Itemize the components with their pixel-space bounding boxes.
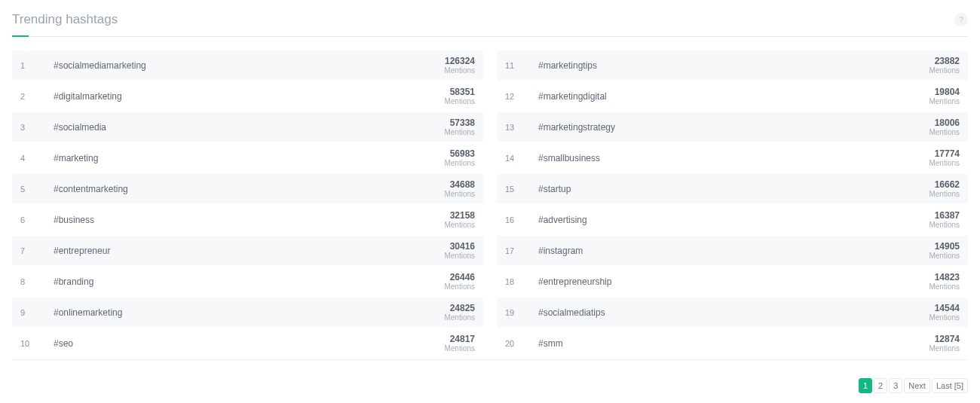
- page-last-button[interactable]: Last [5]: [932, 378, 968, 393]
- hashtag-name: #marketingtips: [538, 60, 929, 71]
- hashtag-row[interactable]: 5#contentmarketing34688Mentions: [12, 174, 483, 203]
- hashtag-columns: 1#socialmediamarketing126324Mentions2#di…: [12, 50, 968, 358]
- hashtag-row[interactable]: 9#onlinemarketing24825Mentions: [12, 298, 483, 327]
- hashtag-count-block: 58351Mentions: [444, 87, 475, 105]
- hashtag-name: #socialmediatips: [538, 307, 929, 318]
- hashtag-name: #socialmediamarketing: [54, 60, 444, 71]
- hashtag-row[interactable]: 11#marketingtips23882Mentions: [497, 50, 968, 80]
- hashtag-rank: 18: [505, 277, 538, 286]
- hashtag-rank: 20: [505, 339, 538, 348]
- page-1-button[interactable]: 1: [859, 378, 872, 393]
- hashtag-count-block: 18006Mentions: [929, 118, 960, 136]
- hashtag-name: #contentmarketing: [54, 184, 444, 194]
- hashtag-rank: 1: [20, 61, 54, 70]
- mentions-label: Mentions: [444, 282, 475, 291]
- hashtag-count: 14905: [929, 241, 960, 252]
- hashtag-row[interactable]: 12#marketingdigital19804Mentions: [497, 81, 968, 111]
- hashtag-row[interactable]: 10#seo24817Mentions: [12, 328, 483, 358]
- hashtag-row[interactable]: 17#instagram14905Mentions: [497, 236, 968, 265]
- hashtag-rank: 14: [505, 154, 538, 163]
- hashtag-count-block: 19804Mentions: [929, 87, 960, 105]
- hashtag-name: #startup: [538, 184, 929, 194]
- hashtag-count: 14823: [929, 272, 960, 282]
- page-next-button[interactable]: Next: [904, 378, 930, 393]
- hashtag-rank: 8: [20, 277, 54, 286]
- hashtag-row[interactable]: 16#advertising16387Mentions: [497, 205, 968, 234]
- hashtag-name: #advertising: [538, 215, 929, 225]
- help-icon[interactable]: ?: [954, 13, 968, 26]
- hashtag-count-block: 16662Mentions: [929, 179, 960, 198]
- hashtag-count-block: 24825Mentions: [444, 303, 475, 322]
- hashtag-row[interactable]: 20#smm12874Mentions: [497, 328, 968, 358]
- hashtag-count-block: 14823Mentions: [929, 272, 960, 291]
- hashtag-rank: 5: [20, 185, 54, 194]
- hashtag-row[interactable]: 6#business32158Mentions: [12, 205, 483, 234]
- hashtag-name: #marketing: [54, 153, 444, 163]
- hashtag-count-block: 14905Mentions: [929, 241, 960, 260]
- mentions-label: Mentions: [929, 97, 960, 105]
- hashtag-row[interactable]: 2#digitalmarketing58351Mentions: [12, 81, 483, 111]
- mentions-label: Mentions: [929, 66, 960, 75]
- hashtag-row[interactable]: 3#socialmedia57338Mentions: [12, 112, 483, 142]
- hashtag-rank: 17: [505, 246, 538, 255]
- mentions-label: Mentions: [444, 252, 475, 260]
- hashtag-rank: 4: [20, 154, 54, 163]
- hashtag-count: 24817: [444, 334, 475, 344]
- hashtag-count: 56983: [444, 148, 475, 159]
- hashtag-row[interactable]: 14#smallbusiness17774Mentions: [497, 143, 968, 172]
- mentions-label: Mentions: [444, 221, 475, 229]
- hashtag-rank: 15: [505, 185, 538, 194]
- hashtag-row[interactable]: 18#entrepreneurship14823Mentions: [497, 267, 968, 296]
- hashtag-row[interactable]: 13#marketingstrategy18006Mentions: [497, 112, 968, 142]
- hashtag-row[interactable]: 8#branding26446Mentions: [12, 267, 483, 296]
- hashtag-count-block: 30416Mentions: [444, 241, 475, 260]
- hashtag-count-block: 34688Mentions: [444, 179, 475, 198]
- hashtag-count-block: 16387Mentions: [929, 210, 960, 229]
- footer-divider: [12, 359, 968, 360]
- hashtag-count: 12874: [929, 334, 960, 344]
- hashtag-name: #seo: [54, 338, 444, 349]
- mentions-label: Mentions: [929, 344, 960, 353]
- mentions-label: Mentions: [929, 252, 960, 260]
- hashtag-name: #entrepreneur: [54, 246, 444, 256]
- hashtag-row[interactable]: 7#entrepreneur30416Mentions: [12, 236, 483, 265]
- hashtag-count: 34688: [444, 179, 475, 190]
- mentions-label: Mentions: [929, 159, 960, 167]
- hashtag-name: #smm: [538, 338, 929, 349]
- mentions-label: Mentions: [929, 128, 960, 136]
- hashtag-count: 26446: [444, 272, 475, 282]
- mentions-label: Mentions: [444, 97, 475, 105]
- hashtag-count-block: 23882Mentions: [929, 56, 960, 75]
- widget-header: Trending hashtags ?: [12, 12, 968, 37]
- mentions-label: Mentions: [929, 313, 960, 322]
- hashtag-count: 16387: [929, 210, 960, 221]
- hashtag-count: 16662: [929, 179, 960, 190]
- mentions-label: Mentions: [444, 159, 475, 167]
- hashtag-row[interactable]: 19#socialmediatips14544Mentions: [497, 298, 968, 327]
- hashtag-count-block: 24817Mentions: [444, 334, 475, 353]
- hashtag-rank: 10: [20, 339, 54, 348]
- hashtag-row[interactable]: 4#marketing56983Mentions: [12, 143, 483, 172]
- hashtag-rank: 7: [20, 246, 54, 255]
- page-2-button[interactable]: 2: [874, 378, 887, 393]
- mentions-label: Mentions: [444, 344, 475, 353]
- hashtag-name: #instagram: [538, 246, 929, 256]
- mentions-label: Mentions: [929, 190, 960, 198]
- hashtag-rank: 9: [20, 308, 54, 317]
- hashtag-name: #marketingdigital: [538, 91, 929, 102]
- hashtag-row[interactable]: 1#socialmediamarketing126324Mentions: [12, 50, 483, 80]
- hashtag-count-block: 12874Mentions: [929, 334, 960, 353]
- hashtag-row[interactable]: 15#startup16662Mentions: [497, 174, 968, 203]
- hashtag-column-left: 1#socialmediamarketing126324Mentions2#di…: [12, 50, 483, 358]
- hashtag-rank: 19: [505, 308, 538, 317]
- hashtag-count: 19804: [929, 87, 960, 97]
- header-accent: [12, 35, 29, 37]
- pagination: 1 2 3 Next Last [5]: [12, 378, 968, 393]
- hashtag-name: #marketingstrategy: [538, 122, 929, 133]
- hashtag-count: 30416: [444, 241, 475, 252]
- hashtag-count-block: 17774Mentions: [929, 148, 960, 167]
- hashtag-count: 14544: [929, 303, 960, 313]
- hashtag-count-block: 14544Mentions: [929, 303, 960, 322]
- hashtag-name: #digitalmarketing: [54, 91, 444, 102]
- page-3-button[interactable]: 3: [889, 378, 902, 393]
